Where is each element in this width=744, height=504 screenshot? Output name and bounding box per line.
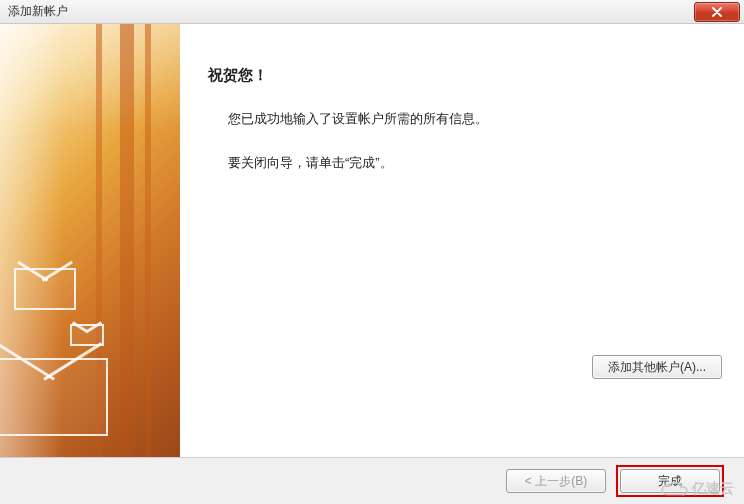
envelope-icon [14,268,76,310]
add-other-account-button[interactable]: 添加其他帐户(A)... [592,355,722,379]
congrats-heading: 祝贺您！ [208,66,720,85]
wizard-content: 祝贺您！ 您已成功地输入了设置帐户所需的所有信息。 要关闭向导，请单击“完成”。… [0,24,744,458]
envelope-icon [0,358,108,436]
close-icon [712,7,722,17]
window-title: 添加新帐户 [8,3,68,20]
wizard-body: 祝贺您！ 您已成功地输入了设置帐户所需的所有信息。 要关闭向导，请单击“完成”。… [180,24,744,457]
finish-highlight: 完成 [616,465,724,497]
wizard-footer: < 上一步(B) 完成 [0,458,744,504]
success-message: 您已成功地输入了设置帐户所需的所有信息。 [228,109,720,129]
close-instruction: 要关闭向导，请单击“完成”。 [228,153,720,173]
wizard-sidebar-graphic [0,24,180,457]
close-button[interactable] [694,2,740,22]
finish-button[interactable]: 完成 [620,469,720,493]
title-bar: 添加新帐户 [0,0,744,24]
back-button: < 上一步(B) [506,469,606,493]
